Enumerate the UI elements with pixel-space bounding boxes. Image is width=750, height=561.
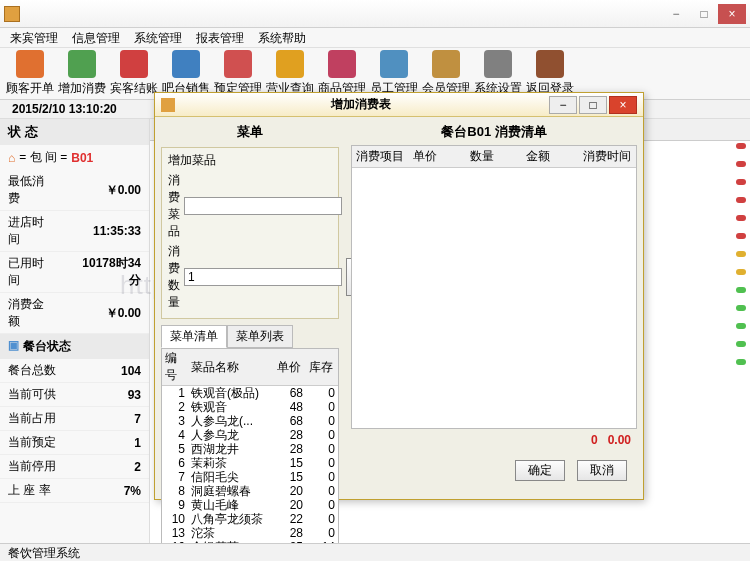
dialog-maximize-button[interactable]: □ bbox=[579, 96, 607, 114]
occupancy-markers bbox=[736, 143, 746, 365]
order-totals: 0 0.00 bbox=[351, 431, 637, 449]
dish-qty-input[interactable] bbox=[184, 268, 342, 286]
dialog-titlebar[interactable]: 增加消费表 − □ × bbox=[155, 93, 643, 117]
main-titlebar: − □ × bbox=[0, 0, 750, 28]
add-dish-group: 增加菜品 消费菜品 消费数量 增加 bbox=[161, 147, 339, 319]
table-stats: 餐台总数104当前可供93当前占用7当前预定1当前停用2上 座 率7% bbox=[0, 359, 149, 503]
current-room: ⌂ = 包 间 = B01 bbox=[0, 145, 149, 170]
home-icon: ⌂ bbox=[8, 151, 15, 165]
toolbar-button[interactable]: 会员管理 bbox=[422, 50, 470, 97]
toolbar-button[interactable]: 宾客结账 bbox=[110, 50, 158, 97]
menubar: 来宾管理信息管理系统管理报表管理系统帮助 bbox=[0, 28, 750, 48]
sidebar: 状 态 ⌂ = 包 间 = B01 最低消费￥0.00进店时间11:35:33已… bbox=[0, 119, 150, 559]
cancel-button[interactable]: 取消 bbox=[577, 460, 627, 481]
menu-row[interactable]: 5西湖龙井280 bbox=[162, 442, 338, 456]
menu-row[interactable]: 3人参乌龙(...680 bbox=[162, 414, 338, 428]
menu-row[interactable]: 7信阳毛尖150 bbox=[162, 470, 338, 484]
menu-item[interactable]: 系统帮助 bbox=[258, 30, 306, 45]
menu-item[interactable]: 报表管理 bbox=[196, 30, 244, 45]
minimize-button[interactable]: − bbox=[662, 4, 690, 24]
toolbar-button[interactable]: 吧台销售 bbox=[162, 50, 210, 97]
toolbar-button[interactable]: 员工管理 bbox=[370, 50, 418, 97]
toolbar-button[interactable]: 顾客开单 bbox=[6, 50, 54, 97]
menu-row[interactable]: 8洞庭碧螺春200 bbox=[162, 484, 338, 498]
maximize-button[interactable]: □ bbox=[690, 4, 718, 24]
order-section-title: 餐台B01 消费清单 bbox=[351, 121, 637, 143]
toolbar-button[interactable]: 系统设置 bbox=[474, 50, 522, 97]
menu-list-tab[interactable]: 菜单清单 bbox=[161, 325, 227, 348]
close-button[interactable]: × bbox=[718, 4, 746, 24]
toolbar-button[interactable]: 增加消费 bbox=[58, 50, 106, 97]
menu-row[interactable]: 4人参乌龙280 bbox=[162, 428, 338, 442]
menu-row[interactable]: 10八角亭龙须茶220 bbox=[162, 512, 338, 526]
menu-section-title: 菜单 bbox=[161, 121, 339, 143]
cube-icon: ▣ bbox=[8, 338, 19, 355]
dish-name-input[interactable] bbox=[184, 197, 342, 215]
menu-item[interactable]: 来宾管理 bbox=[10, 30, 58, 45]
status-title: 状 态 bbox=[0, 119, 149, 145]
menu-list-table[interactable]: 编号菜品名称单价库存1铁观音(极品)6802铁观音4803人参乌龙(...680… bbox=[161, 348, 339, 561]
table-status-title: ▣餐台状态 bbox=[0, 334, 149, 359]
menu-row[interactable]: 9黄山毛峰200 bbox=[162, 498, 338, 512]
dialog-close-button[interactable]: × bbox=[609, 96, 637, 114]
menu-row[interactable]: 13沱茶280 bbox=[162, 526, 338, 540]
menu-row[interactable]: 1铁观音(极品)680 bbox=[162, 386, 338, 401]
toolbar-button[interactable]: 返回登录 bbox=[526, 50, 574, 97]
toolbar-button[interactable]: 营业查询 bbox=[266, 50, 314, 97]
add-dish-label: 增加菜品 bbox=[168, 152, 332, 169]
statusbar: 餐饮管理系统 bbox=[0, 543, 750, 561]
toolbar-button[interactable]: 预定管理 bbox=[214, 50, 262, 97]
add-consumption-dialog: 增加消费表 − □ × 菜单 增加菜品 消费菜品 消费数量 增加 bbox=[154, 92, 644, 500]
app-icon bbox=[4, 6, 20, 22]
toolbar-button[interactable]: 商品管理 bbox=[318, 50, 366, 97]
menu-row[interactable]: 6茉莉茶150 bbox=[162, 456, 338, 470]
menu-item[interactable]: 信息管理 bbox=[72, 30, 120, 45]
menu-row[interactable]: 2铁观音480 bbox=[162, 400, 338, 414]
menu-item[interactable]: 系统管理 bbox=[134, 30, 182, 45]
order-list[interactable]: 消费项目单价数量金额消费时间 bbox=[351, 145, 637, 429]
room-info-table: 最低消费￥0.00进店时间11:35:33已用时间10178时34分消费金额￥0… bbox=[0, 170, 149, 334]
ok-button[interactable]: 确定 bbox=[515, 460, 565, 481]
menu-grid-tab[interactable]: 菜单列表 bbox=[227, 325, 293, 348]
dialog-icon bbox=[161, 98, 175, 112]
dialog-minimize-button[interactable]: − bbox=[549, 96, 577, 114]
dialog-title: 增加消费表 bbox=[175, 96, 547, 113]
